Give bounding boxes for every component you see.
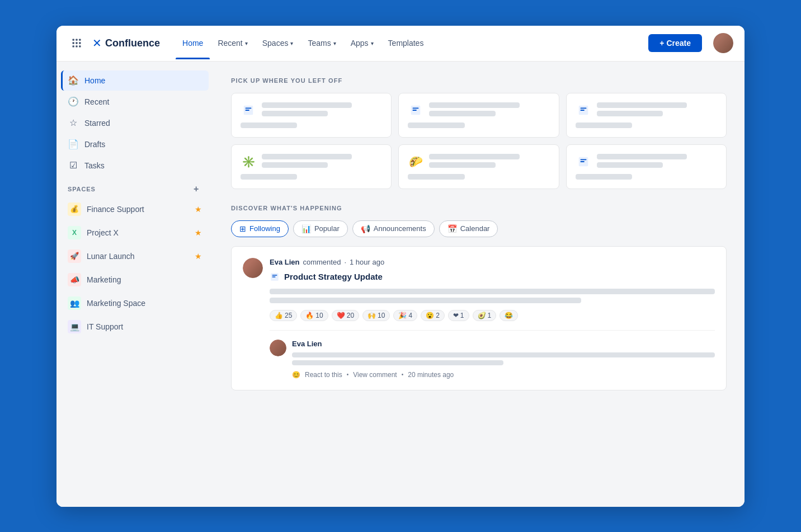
nav-recent[interactable]: Recent ▾ xyxy=(211,34,254,52)
sidebar-item-marketing[interactable]: 📣 Marketing xyxy=(61,269,209,291)
comment-username[interactable]: Eva Lien xyxy=(292,340,715,348)
avatar-image xyxy=(713,33,733,53)
reaction-heart[interactable]: ❤️20 xyxy=(332,310,359,321)
reaction-fire[interactable]: 🔥10 xyxy=(300,310,328,321)
recent-card-1[interactable] xyxy=(231,93,392,138)
svg-rect-20 xyxy=(580,161,584,162)
recent-card-2[interactable] xyxy=(398,93,559,138)
doc-icon-2 xyxy=(408,102,423,118)
reaction-clap[interactable]: 🙌10 xyxy=(362,310,390,321)
comment-line xyxy=(292,360,503,365)
sidebar-item-starred[interactable]: ☆ Starred xyxy=(61,113,209,133)
create-button[interactable]: + Create xyxy=(648,34,702,52)
activity-doc-title[interactable]: Product Strategy Update xyxy=(270,272,715,282)
sidebar-item-home[interactable]: 🏠 Home xyxy=(61,70,209,91)
activity-user-avatar[interactable] xyxy=(243,258,263,278)
reaction-tada[interactable]: 🎉4 xyxy=(393,310,417,321)
lunar-launch-star: ★ xyxy=(195,252,202,261)
reaction-thumbs-up[interactable]: 👍25 xyxy=(270,310,297,321)
comment-entry: Eva Lien 😊 React to this • xyxy=(270,340,715,379)
card-line xyxy=(429,111,495,116)
tasks-icon: ☑ xyxy=(68,160,79,171)
sidebar-item-tasks[interactable]: ☑ Tasks xyxy=(61,156,209,176)
activity-entry: Eva Lien commented · 1 hour ago Product … xyxy=(243,258,715,379)
comment-avatar-img xyxy=(270,340,286,356)
svg-rect-8 xyxy=(79,45,81,47)
popular-tab-icon: 📊 xyxy=(301,224,311,233)
comment-line xyxy=(292,352,715,357)
svg-rect-10 xyxy=(246,107,252,109)
svg-rect-16 xyxy=(580,107,586,109)
grid-menu-icon[interactable] xyxy=(68,34,86,52)
nav-items: Home Recent ▾ Spaces ▾ Teams ▾ Apps ▾ Te… xyxy=(176,34,646,52)
add-space-button[interactable]: + xyxy=(191,183,202,195)
recent-card-5[interactable]: 🌮 xyxy=(398,144,559,189)
sidebar: 🏠 Home 🕐 Recent ☆ Starred 📄 Drafts ☑ Tas… xyxy=(56,62,213,507)
recent-card-6[interactable] xyxy=(566,144,727,189)
marketing-icon: 📣 xyxy=(68,273,81,286)
comment-avatar[interactable] xyxy=(270,340,286,356)
doc-icon-4: ✳️ xyxy=(241,154,256,170)
confluence-logo[interactable]: ✕ Confluence xyxy=(92,36,160,50)
activity-card: Eva Lien commented · 1 hour ago Product … xyxy=(231,246,727,390)
nav-templates[interactable]: Templates xyxy=(381,34,431,52)
card-lines-2 xyxy=(429,102,549,116)
svg-rect-19 xyxy=(580,159,586,160)
following-tab-icon: ⊞ xyxy=(239,224,246,233)
card-line xyxy=(408,174,464,180)
logo-icon: ✕ xyxy=(92,36,102,50)
sidebar-item-project-x[interactable]: X Project X ★ xyxy=(61,222,209,244)
reaction-wow[interactable]: 😮2 xyxy=(421,310,445,321)
card-line xyxy=(597,102,687,108)
lunar-launch-icon: 🚀 xyxy=(68,249,81,263)
nav-apps[interactable]: Apps ▾ xyxy=(344,34,380,52)
card-line xyxy=(429,102,519,108)
sidebar-item-it-support[interactable]: 💻 IT Support xyxy=(61,316,209,338)
drafts-icon: 📄 xyxy=(68,139,79,150)
card-line xyxy=(576,123,632,128)
calendar-tab-icon: 📅 xyxy=(447,224,457,233)
card-lines-6 xyxy=(597,154,717,168)
nav-spaces[interactable]: Spaces ▾ xyxy=(256,34,300,52)
teams-chevron: ▾ xyxy=(333,40,336,46)
card-line xyxy=(262,154,352,159)
svg-rect-1 xyxy=(76,39,77,41)
activity-text-lines xyxy=(270,289,715,303)
card-line xyxy=(597,154,687,159)
reaction-smile[interactable]: 😂 xyxy=(500,310,518,321)
card-line xyxy=(429,154,519,159)
sidebar-item-drafts[interactable]: 📄 Drafts xyxy=(61,134,209,154)
recent-card-4[interactable]: ✳️ xyxy=(231,144,392,189)
home-icon: 🏠 xyxy=(68,75,79,86)
sidebar-item-recent[interactable]: 🕐 Recent xyxy=(61,92,209,112)
reaction-red-heart[interactable]: ❤1 xyxy=(448,310,469,321)
tab-calendar[interactable]: 📅 Calendar xyxy=(439,220,498,237)
nav-home[interactable]: Home xyxy=(176,34,210,52)
react-link[interactable]: React to this xyxy=(305,371,342,379)
recent-chevron: ▾ xyxy=(245,40,248,46)
activity-avatar-img xyxy=(243,258,263,278)
svg-rect-3 xyxy=(73,42,74,44)
tab-following[interactable]: ⊞ Following xyxy=(231,220,289,237)
apps-chevron: ▾ xyxy=(371,40,374,46)
svg-rect-2 xyxy=(79,39,81,41)
view-comment-link[interactable]: View comment xyxy=(353,371,397,379)
tab-announcements[interactable]: 📢 Announcements xyxy=(352,220,435,237)
card-lines-1 xyxy=(262,102,382,116)
activity-username[interactable]: Eva Lien xyxy=(270,258,299,266)
sidebar-item-finance-support[interactable]: 💰 Finance Support ★ xyxy=(61,198,209,220)
sidebar-item-lunar-launch[interactable]: 🚀 Lunar Launch ★ xyxy=(61,245,209,267)
user-avatar[interactable] xyxy=(713,33,733,53)
sidebar-item-marketing-space[interactable]: 👥 Marketing Space xyxy=(61,292,209,314)
card-line xyxy=(241,174,297,180)
card-line xyxy=(408,123,464,128)
reaction-avocado[interactable]: 🥑1 xyxy=(473,310,497,321)
nav-teams[interactable]: Teams ▾ xyxy=(301,34,342,52)
tab-popular[interactable]: 📊 Popular xyxy=(293,220,348,237)
text-line xyxy=(270,298,581,303)
recent-cards-grid: ✳️ 🌮 xyxy=(231,93,727,189)
recent-card-3[interactable] xyxy=(566,93,727,138)
comment-body: Eva Lien 😊 React to this • xyxy=(292,340,715,379)
marketing-space-icon: 👥 xyxy=(68,296,81,310)
activity-body: Eva Lien commented · 1 hour ago Product … xyxy=(270,258,715,379)
